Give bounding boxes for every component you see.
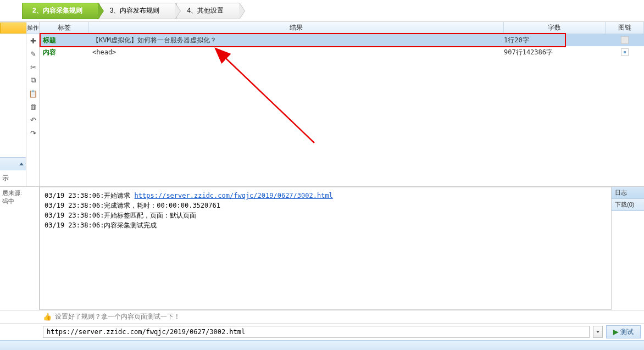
log-tab-download[interactable]: 下载(0): [612, 199, 644, 211]
th-count[interactable]: 字数: [504, 22, 606, 34]
log-line: 03/19 23:38:06:完成请求，耗时：00:00:00.3520761: [45, 201, 607, 210]
sidebar-collapse-toggle[interactable]: [0, 157, 26, 170]
th-imglink[interactable]: 图链: [606, 22, 644, 34]
paste-icon[interactable]: 📋: [26, 87, 40, 100]
log-side-tabs: 日志 下载(0): [611, 187, 644, 310]
wizard-tab-publish-rules[interactable]: 3、内容发布规则: [99, 3, 176, 19]
log-tab-log[interactable]: 日志: [612, 187, 644, 199]
log-panel: 03/19 23:38:06:开始请求 https://server.zzidc…: [0, 186, 644, 310]
cut-icon[interactable]: ✂: [26, 60, 40, 74]
log-link[interactable]: https://server.zzidc.com/fwqjc/2019/0627…: [135, 192, 333, 199]
results-table: 标签 结果 字数 图链 标题 【KVM虚拟化】如何将一台服务器虚拟化？ 1行20…: [40, 22, 644, 186]
img-indicator-icon: [621, 36, 629, 44]
table-header: 标签 结果 字数 图链: [40, 22, 644, 34]
ops-header: 操作: [26, 22, 39, 34]
status-bar: [0, 340, 644, 350]
row-label: 标题: [40, 36, 89, 45]
left-info-text: 居来源: 码中: [0, 187, 26, 208]
hint-text: 设置好了规则？拿一个内容页面测试一下！: [55, 312, 180, 321]
sidebar-yellow-marker: [0, 23, 26, 34]
th-label[interactable]: 标签: [40, 22, 89, 34]
th-result[interactable]: 结果: [89, 22, 504, 34]
ops-toolbar: 操作 ✚ ✎ ✂ ⧉ 📋 🗑 ↶ ↷: [26, 22, 40, 186]
row-result: <head>: [89, 48, 504, 56]
log-line: 03/19 23:38:06:开始请求 https://server.zzidc…: [45, 191, 607, 201]
row-imglink: [606, 48, 644, 56]
left-hint-label: 示: [0, 170, 26, 186]
row-count: 907行142386字: [504, 48, 606, 57]
copy-icon[interactable]: ⧉: [26, 74, 40, 87]
edit-icon[interactable]: ✎: [26, 47, 40, 60]
bottom-hint: 👍 设置好了规则？拿一个内容页面测试一下！: [0, 310, 644, 324]
row-result: 【KVM虚拟化】如何将一台服务器虚拟化？: [89, 36, 504, 45]
bottom-bar: 👍 设置好了规则？拿一个内容页面测试一下！ ▶测试: [0, 310, 644, 340]
add-icon[interactable]: ✚: [26, 34, 40, 47]
redo-icon[interactable]: ↷: [26, 126, 40, 140]
test-button[interactable]: ▶测试: [606, 325, 641, 338]
img-indicator-icon: [621, 48, 629, 56]
row-label: 内容: [40, 48, 89, 57]
wizard-tab-collection-rules[interactable]: 2、内容采集规则: [22, 3, 98, 19]
row-count: 1行20字: [504, 36, 606, 45]
log-line: 03/19 23:38:06:开始标签匹配，页面：默认页面: [45, 210, 607, 220]
chevron-down-icon: [596, 331, 599, 333]
log-line: 03/19 23:38:06:内容采集测试完成: [45, 220, 607, 230]
left-sidebar: 示: [0, 22, 26, 186]
row-imglink: [606, 36, 644, 44]
url-dropdown[interactable]: [593, 326, 603, 338]
table-row[interactable]: 内容 <head> 907行142386字: [40, 46, 644, 58]
thumbs-up-icon: 👍: [43, 313, 52, 321]
url-input[interactable]: [43, 326, 590, 338]
log-content[interactable]: 03/19 23:38:06:开始请求 https://server.zzidc…: [40, 187, 611, 310]
wizard-tab-other-settings[interactable]: 4、其他设置: [176, 3, 240, 19]
delete-icon[interactable]: 🗑: [26, 100, 40, 113]
play-icon: ▶: [613, 328, 618, 336]
caret-up-icon: [19, 163, 24, 165]
table-row[interactable]: 标题 【KVM虚拟化】如何将一台服务器虚拟化？ 1行20字: [40, 34, 644, 46]
undo-icon[interactable]: ↶: [26, 113, 40, 126]
wizard-tabs: 2、内容采集规则 3、内容发布规则 4、其他设置: [0, 0, 644, 22]
